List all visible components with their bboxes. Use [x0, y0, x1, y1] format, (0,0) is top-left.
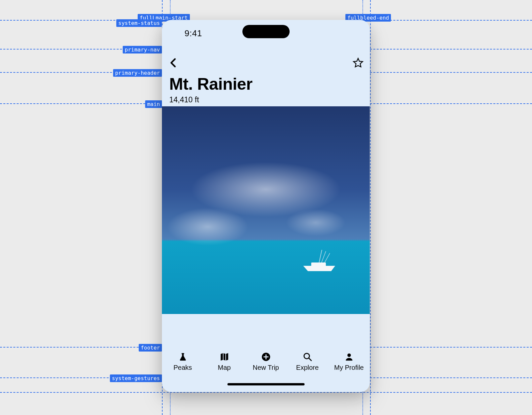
- label-main: main: [145, 100, 162, 108]
- flask-icon: [178, 352, 188, 362]
- plus-circle-icon: [261, 352, 271, 362]
- boat-illustration: [300, 249, 340, 276]
- tab-bar: Peaks Map New Trip Explore My Profile: [162, 349, 370, 377]
- tab-new-trip[interactable]: New Trip: [248, 352, 284, 371]
- page-title: Mt. Rainier: [169, 75, 362, 93]
- page-header: Mt. Rainier 14,410 ft: [162, 75, 370, 110]
- label-system-gestures: system-gestures: [110, 374, 162, 382]
- home-indicator[interactable]: [227, 383, 305, 385]
- tab-peaks-label: Peaks: [174, 364, 192, 371]
- svg-rect-3: [311, 262, 326, 266]
- star-outline-icon: [352, 57, 364, 68]
- person-icon: [344, 352, 354, 362]
- tab-map-label: Map: [218, 364, 231, 371]
- device-frame: 9:41 Mt. Rainier 14,410 ft Peaks: [162, 20, 370, 392]
- hero-image: [162, 106, 370, 314]
- guide-device-bottom-line: [0, 392, 532, 393]
- tab-explore[interactable]: Explore: [289, 352, 326, 371]
- guide-fullbleed-end: [370, 0, 371, 415]
- tab-profile[interactable]: My Profile: [331, 352, 367, 371]
- search-icon: [303, 352, 313, 362]
- status-time: 9:41: [185, 28, 202, 39]
- tab-peaks[interactable]: Peaks: [165, 352, 201, 371]
- tab-map[interactable]: Map: [206, 352, 243, 371]
- dynamic-island: [242, 25, 290, 38]
- favorite-button[interactable]: [352, 57, 364, 70]
- back-button[interactable]: [168, 57, 179, 70]
- status-bar: 9:41: [162, 20, 370, 47]
- label-system-status: system-status: [116, 19, 162, 27]
- tab-explore-label: Explore: [296, 364, 319, 371]
- tab-new-trip-label: New Trip: [253, 364, 279, 371]
- page-subtitle: 14,410 ft: [169, 95, 362, 104]
- label-primary-nav: primary-nav: [123, 46, 162, 53]
- nav-bar: [162, 52, 370, 75]
- tab-profile-label: My Profile: [334, 364, 364, 371]
- label-footer: footer: [139, 344, 162, 352]
- chevron-left-icon: [168, 57, 179, 68]
- svg-line-6: [309, 358, 311, 361]
- svg-point-7: [347, 354, 351, 357]
- map-icon: [219, 352, 229, 362]
- label-primary-header: primary-header: [113, 69, 162, 77]
